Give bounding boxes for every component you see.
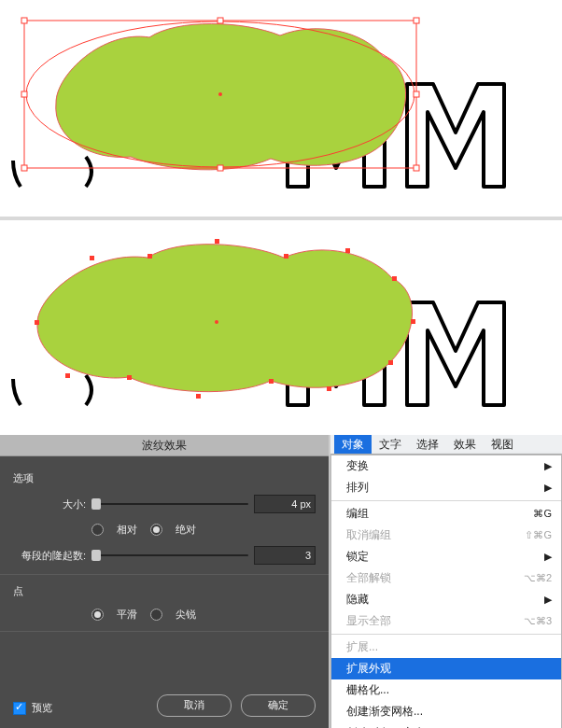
chevron-right-icon: ▶ xyxy=(544,592,552,608)
menu-shortcut: ⌥⌘2 xyxy=(524,570,552,586)
svg-rect-21 xyxy=(127,375,132,380)
menubar-item-3[interactable]: 效果 xyxy=(446,435,484,454)
menu-separator xyxy=(331,634,561,635)
svg-rect-10 xyxy=(90,256,94,260)
menu-item-label: 编组 xyxy=(346,506,369,522)
menu-item[interactable]: 锁定▶ xyxy=(331,546,561,567)
chevron-right-icon: ▶ xyxy=(544,549,552,565)
size-field[interactable]: 4 px xyxy=(254,495,316,513)
menu-item-label: 扩展... xyxy=(346,639,378,655)
canvas-before[interactable] xyxy=(0,0,562,217)
menu-item[interactable]: 创建对象马赛克... xyxy=(331,722,561,728)
ridges-label: 每段的隆起数: xyxy=(13,549,86,563)
point-section-label: 点 xyxy=(13,584,316,598)
svg-rect-7 xyxy=(414,165,419,171)
menu-item[interactable]: 栅格化... xyxy=(331,679,561,701)
menu-item[interactable]: 排列▶ xyxy=(331,477,561,498)
smooth-label: 平滑 xyxy=(117,608,137,622)
ridges-field[interactable]: 3 xyxy=(254,546,316,565)
svg-rect-4 xyxy=(414,91,419,97)
menu-item[interactable]: 隐藏▶ xyxy=(331,589,561,610)
chevron-right-icon: ▶ xyxy=(544,480,552,496)
svg-rect-3 xyxy=(21,91,27,97)
menu-item: 全部解锁⌥⌘2 xyxy=(331,567,561,589)
size-label: 大小: xyxy=(13,497,86,511)
blob-shape-icon[interactable] xyxy=(37,245,413,392)
svg-rect-20 xyxy=(196,394,201,399)
absolute-label: 绝对 xyxy=(176,523,196,537)
relative-radio[interactable] xyxy=(91,524,104,536)
svg-rect-12 xyxy=(215,239,219,244)
chevron-right-icon: ▶ xyxy=(544,458,552,474)
preview-label: 预览 xyxy=(32,701,52,715)
menu-item-label: 排列 xyxy=(346,480,369,496)
size-slider[interactable] xyxy=(91,497,248,511)
svg-rect-14 xyxy=(345,248,350,253)
svg-rect-5 xyxy=(21,165,27,171)
menubar-item-1[interactable]: 文字 xyxy=(372,435,409,454)
svg-rect-6 xyxy=(218,165,223,171)
ok-button[interactable]: 确定 xyxy=(241,694,316,717)
svg-rect-11 xyxy=(148,254,152,259)
menu-item-label: 显示全部 xyxy=(346,613,391,629)
svg-point-23 xyxy=(215,320,218,324)
ridges-slider[interactable] xyxy=(91,549,248,562)
svg-rect-1 xyxy=(218,18,223,23)
svg-point-8 xyxy=(218,92,222,96)
dialog-title: 波纹效果 xyxy=(0,435,329,456)
cancel-button[interactable]: 取消 xyxy=(157,694,232,717)
menubar-item-2[interactable]: 选择 xyxy=(409,435,446,454)
svg-rect-22 xyxy=(65,373,70,378)
svg-rect-2 xyxy=(414,18,419,23)
corner-label: 尖锐 xyxy=(176,608,196,622)
svg-rect-19 xyxy=(269,379,274,384)
menu-item[interactable]: 编组⌘G xyxy=(331,503,561,525)
zigzag-dialog: 波纹效果 选项 大小: 4 px 相对 绝对 每段的隆起数: xyxy=(0,435,329,728)
svg-rect-17 xyxy=(388,360,393,365)
letter-outline-m-2 xyxy=(407,84,504,187)
svg-rect-18 xyxy=(327,386,331,391)
menu-item-label: 锁定 xyxy=(346,549,369,565)
letter-outline-s xyxy=(13,157,91,187)
menu-item-label: 栅格化... xyxy=(346,682,389,698)
menubar-item-4[interactable]: 视图 xyxy=(484,435,521,454)
menu-item-label: 创建渐变网格... xyxy=(346,704,423,720)
svg-rect-0 xyxy=(21,18,27,23)
menu-shortcut: ⌘G xyxy=(533,506,552,522)
object-menu-dropdown: 变换▶排列▶编组⌘G取消编组⇧⌘G锁定▶全部解锁⌥⌘2隐藏▶显示全部⌥⌘3扩展.… xyxy=(330,455,562,728)
smooth-radio[interactable] xyxy=(91,609,104,621)
menu-panel: 对象文字选择效果视图 变换▶排列▶编组⌘G取消编组⇧⌘G锁定▶全部解锁⌥⌘2隐藏… xyxy=(329,435,562,728)
menu-item[interactable]: 变换▶ xyxy=(331,455,561,477)
corner-radio[interactable] xyxy=(150,609,162,621)
menu-item-label: 变换 xyxy=(346,458,369,474)
letter-outline-m-2 xyxy=(407,302,504,405)
menu-item-label: 取消编组 xyxy=(346,527,391,543)
letter-outline-s xyxy=(13,375,91,405)
relative-label: 相对 xyxy=(117,523,137,537)
menu-shortcut: ⇧⌘G xyxy=(525,527,552,543)
menu-item: 取消编组⇧⌘G xyxy=(331,525,561,546)
menu-item[interactable]: 创建渐变网格... xyxy=(331,701,561,722)
menu-item[interactable]: 扩展外观 xyxy=(331,658,561,679)
menu-item-label: 全部解锁 xyxy=(346,570,391,586)
menubar-item-0[interactable]: 对象 xyxy=(334,435,372,454)
menu-shortcut: ⌥⌘3 xyxy=(524,613,552,629)
menu-item: 扩展... xyxy=(331,637,561,658)
svg-rect-15 xyxy=(392,276,397,281)
svg-rect-9 xyxy=(35,320,39,325)
svg-rect-16 xyxy=(411,319,415,324)
absolute-radio[interactable] xyxy=(150,524,162,536)
menu-item: 显示全部⌥⌘3 xyxy=(331,610,561,632)
menu-separator xyxy=(331,500,561,501)
menubar: 对象文字选择效果视图 xyxy=(330,435,562,455)
options-section-label: 选项 xyxy=(13,471,316,485)
menu-item-label: 扩展外观 xyxy=(346,661,391,677)
preview-checkbox[interactable] xyxy=(13,702,26,715)
menu-item-label: 隐藏 xyxy=(346,592,369,608)
svg-rect-13 xyxy=(284,254,288,259)
canvas-after[interactable] xyxy=(0,220,562,435)
